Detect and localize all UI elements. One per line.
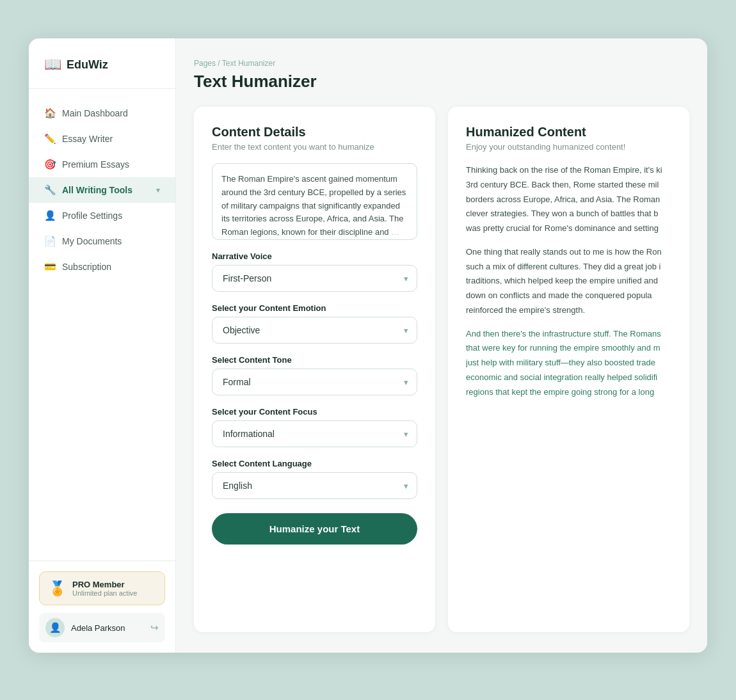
content-focus-label: Selcet your Content Focus bbox=[212, 407, 417, 417]
main-dashboard-label: Main Dashboard bbox=[62, 108, 128, 118]
text-input-area[interactable]: The Roman Empire's ascent gained momentu… bbox=[212, 163, 417, 240]
sidebar-logo: 📖 EduWiz bbox=[29, 38, 175, 89]
content-emotion-group: Select your Content Emotion Objective Em… bbox=[212, 303, 417, 344]
sidebar-item-subscription[interactable]: 💳 Subscription bbox=[29, 254, 175, 280]
my-documents-icon: 📄 bbox=[44, 235, 56, 247]
right-panel: Humanized Content Enjoy your outstanding… bbox=[448, 107, 689, 632]
my-documents-label: My Documents bbox=[62, 236, 122, 246]
content-focus-wrapper: Informational Persuasive Narrative ▾ bbox=[212, 420, 417, 447]
all-writing-tools-chevron-icon: ▾ bbox=[156, 186, 160, 195]
narrative-voice-wrapper: First-Person Second-Person Third-Person … bbox=[212, 265, 417, 292]
content-emotion-wrapper: Objective Emotional Neutral ▾ bbox=[212, 317, 417, 344]
narrative-voice-group: Narrative Voice First-Person Second-Pers… bbox=[212, 251, 417, 292]
logo-text: EduWiz bbox=[67, 58, 108, 72]
profile-settings-label: Profile Settings bbox=[62, 211, 122, 221]
profile-settings-icon: 👤 bbox=[44, 210, 56, 221]
all-writing-tools-icon: 🔧 bbox=[44, 184, 56, 196]
humanized-text-area: Thinking back on the rise of the Roman E… bbox=[466, 163, 671, 408]
humanized-paragraph-1: Thinking back on the rise of the Roman E… bbox=[466, 163, 671, 236]
pro-title: PRO Member bbox=[72, 580, 138, 589]
content-tone-label: Select Content Tone bbox=[212, 355, 417, 365]
user-avatar: 👤 bbox=[45, 618, 65, 637]
premium-essays-icon: 🎯 bbox=[44, 159, 56, 170]
content-focus-group: Selcet your Content Focus Informational … bbox=[212, 407, 417, 447]
content-language-wrapper: English Spanish French ▾ bbox=[212, 472, 417, 499]
sidebar-nav: 🏠 Main Dashboard ✏️ Essay Writer 🎯 Premi… bbox=[29, 89, 175, 561]
sidebar-item-premium-essays[interactable]: 🎯 Premium Essays bbox=[29, 152, 175, 177]
essay-writer-icon: ✏️ bbox=[44, 133, 56, 145]
humanize-button[interactable]: Humanize your Text bbox=[212, 513, 417, 545]
subscription-label: Subscription bbox=[62, 262, 111, 272]
app-container: 📖 EduWiz 🏠 Main Dashboard ✏️ Essay Write… bbox=[29, 38, 707, 653]
left-panel-title: Content Details bbox=[212, 125, 417, 139]
left-panel: Content Details Enter the text content y… bbox=[194, 107, 435, 632]
narrative-voice-select[interactable]: First-Person Second-Person Third-Person bbox=[212, 265, 417, 292]
premium-essays-label: Premium Essays bbox=[62, 159, 129, 170]
content-tone-group: Select Content Tone Formal Informal Casu… bbox=[212, 355, 417, 395]
content-emotion-label: Select your Content Emotion bbox=[212, 303, 417, 313]
left-panel-header: Content Details Enter the text content y… bbox=[212, 125, 417, 152]
fade-text: … bbox=[391, 227, 399, 237]
sidebar-bottom: 🏅 PRO Member Unlimited plan active 👤 Ade… bbox=[29, 561, 175, 653]
sidebar-item-main-dashboard[interactable]: 🏠 Main Dashboard bbox=[29, 100, 175, 126]
content-language-group: Select Content Language English Spanish … bbox=[212, 459, 417, 499]
left-panel-subtitle: Enter the text content you want to human… bbox=[212, 142, 417, 152]
page-title: Text Humanizer bbox=[194, 72, 689, 91]
user-name: Adela Parkson bbox=[71, 623, 144, 633]
pro-badge-text: PRO Member Unlimited plan active bbox=[72, 580, 138, 597]
content-focus-select[interactable]: Informational Persuasive Narrative bbox=[212, 420, 417, 447]
sidebar-item-all-writing-tools[interactable]: 🔧 All Writing Tools ▾ bbox=[29, 177, 175, 203]
input-text-content: The Roman Empire's ascent gained momentu… bbox=[221, 174, 406, 237]
essay-writer-label: Essay Writer bbox=[62, 134, 113, 144]
sidebar-item-my-documents[interactable]: 📄 My Documents bbox=[29, 228, 175, 254]
right-panel-title: Humanized Content bbox=[466, 125, 671, 139]
pro-badge-icon: 🏅 bbox=[49, 580, 66, 597]
all-writing-tools-label: All Writing Tools bbox=[62, 185, 132, 195]
subscription-icon: 💳 bbox=[44, 261, 56, 273]
sidebar-item-essay-writer[interactable]: ✏️ Essay Writer bbox=[29, 126, 175, 152]
pro-badge: 🏅 PRO Member Unlimited plan active bbox=[39, 571, 165, 605]
sidebar-item-profile-settings[interactable]: 👤 Profile Settings bbox=[29, 203, 175, 228]
logo-icon: 📖 bbox=[44, 56, 61, 73]
content-emotion-select[interactable]: Objective Emotional Neutral bbox=[212, 317, 417, 344]
content-tone-select[interactable]: Formal Informal Casual bbox=[212, 369, 417, 395]
humanized-paragraph-2: One thing that really stands out to me i… bbox=[466, 245, 671, 318]
content-language-select[interactable]: English Spanish French bbox=[212, 472, 417, 499]
right-panel-subtitle: Enjoy your outstanding humanized content… bbox=[466, 142, 671, 152]
logout-icon[interactable]: ↪ bbox=[150, 622, 159, 633]
narrative-voice-label: Narrative Voice bbox=[212, 251, 417, 261]
content-tone-wrapper: Formal Informal Casual ▾ bbox=[212, 369, 417, 395]
humanized-paragraph-3: And then there's the infrastructure stuf… bbox=[466, 327, 671, 400]
main-dashboard-icon: 🏠 bbox=[44, 107, 56, 119]
breadcrumb: Pages / Text Humanizer bbox=[194, 59, 689, 68]
user-row: 👤 Adela Parkson ↪ bbox=[39, 613, 165, 642]
sidebar: 📖 EduWiz 🏠 Main Dashboard ✏️ Essay Write… bbox=[29, 38, 176, 653]
content-row: Content Details Enter the text content y… bbox=[194, 107, 689, 632]
pro-subtitle: Unlimited plan active bbox=[72, 589, 138, 597]
main-content: Pages / Text Humanizer Text Humanizer Co… bbox=[176, 38, 707, 653]
content-language-label: Select Content Language bbox=[212, 459, 417, 468]
